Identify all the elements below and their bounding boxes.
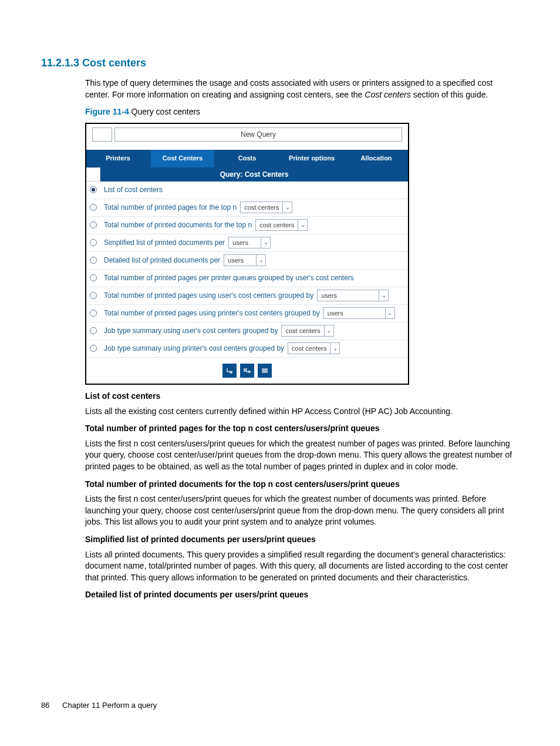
radio-option[interactable] [90,292,97,299]
dropdown-value: users [324,309,385,318]
intro-paragraph: This type of query determines the usage … [85,78,519,100]
dropdown-value: cost centers [282,327,323,335]
action-export-multi-icon[interactable] [240,364,254,378]
window-system-button[interactable] [92,127,112,142]
chevron-down-icon: ⌄ [379,290,388,301]
window-title-bar: New Query [114,127,402,142]
definition-body: Lists the first n cost center/users/prin… [85,493,519,528]
radio-option[interactable] [90,204,97,211]
option-dropdown[interactable]: users⌄ [224,254,266,266]
dropdown-value: cost centers [288,344,330,353]
query-header-label: Query: Cost Centers [100,167,408,182]
tab-allocation[interactable]: Allocation [345,150,408,167]
tab-printers[interactable]: Printers [86,150,151,167]
definition-heading: List of cost centers [85,391,519,402]
action-row [86,358,408,384]
query-option-row: Detailed list of printed documents perus… [86,252,408,270]
dropdown-value: users [224,256,256,265]
query-option-row: Total number of printed pages using user… [86,287,408,305]
query-option-row: Total number of printed pages using prin… [86,305,408,322]
intro-em: Cost centers [365,90,411,99]
chevron-down-icon: ⌄ [256,255,265,266]
definition-body: Lists all the existing cost centers curr… [85,406,519,418]
definition-body: Lists all printed documents. This query … [85,549,519,584]
query-option-row: Job type summary using user's cost cente… [86,322,408,340]
query-option-row: Job type summary using printer's cost ce… [86,340,408,358]
tab-costs[interactable]: Costs [215,150,280,167]
chevron-down-icon: ⌄ [324,325,333,336]
tab-cost-centers[interactable]: Cost Centers [151,150,215,167]
option-label: Job type summary using printer's cost ce… [104,344,284,354]
chevron-down-icon: ⌄ [330,343,339,354]
query-option-row: Total number of printed pages per printe… [86,270,408,287]
definition-heading: Detailed list of printed documents per u… [85,589,519,601]
option-label: Detailed list of printed documents per [104,256,220,266]
option-dropdown[interactable]: users⌄ [317,290,389,301]
option-dropdown[interactable]: users⌄ [228,237,271,248]
dropdown-value: users [318,291,379,300]
query-window: New Query Printers Cost Centers Costs Pr… [85,123,409,385]
action-barcode-icon[interactable] [258,364,272,378]
option-label: Job type summary using user's cost cente… [104,326,278,336]
radio-option[interactable] [90,257,97,264]
section-heading: 11.2.1.3 Cost centers [41,56,519,70]
option-label: List of cost centers [104,185,163,195]
option-label: Total number of printed pages using prin… [104,308,320,318]
dropdown-value: cost centers [256,221,298,230]
radio-option[interactable] [90,345,97,352]
query-option-row: Total number of printed pages for the to… [86,199,408,217]
dropdown-value: users [229,238,261,247]
chevron-down-icon: ⌄ [261,237,270,248]
option-dropdown[interactable]: cost centers⌄ [240,201,292,213]
radio-option[interactable] [90,239,97,246]
definition-heading: Total number of printed documents for th… [85,479,519,490]
page-number: 86 [41,701,49,710]
definition-heading: Total number of printed pages for the to… [85,423,519,435]
option-dropdown[interactable]: cost centers⌄ [281,325,333,337]
query-option-row: List of cost centers [86,182,408,199]
definition-heading: Simplified list of printed documents per… [85,534,519,546]
chevron-down-icon: ⌄ [298,220,307,230]
option-label: Total number of printed documents for th… [104,220,252,230]
chapter-label: Chapter 11 Perform a query [62,701,157,710]
option-dropdown[interactable]: cost centers⌄ [288,342,340,354]
option-dropdown[interactable]: cost centers⌄ [255,219,308,231]
radio-option[interactable] [90,221,97,228]
option-label: Total number of printed pages for the to… [104,203,237,213]
figure-caption: Figure 11-4 Query cost centers [85,106,519,118]
option-label: Total number of printed pages using user… [104,291,313,301]
option-label: Simplified list of printed documents per [104,238,225,248]
dropdown-value: cost centers [241,203,282,212]
option-dropdown[interactable]: users⌄ [323,307,395,319]
chevron-down-icon: ⌄ [385,308,394,318]
option-label: Total number of printed pages per printe… [104,273,354,283]
figure-number: Figure 11-4 [85,107,129,116]
query-option-row: Total number of printed documents for th… [86,217,408,234]
query-option-row: Simplified list of printed documents per… [86,234,408,252]
radio-option[interactable] [90,310,97,317]
chevron-down-icon: ⌄ [282,202,292,213]
page-footer: 86 Chapter 11 Perform a query [41,700,157,711]
figure-title: Query cost centers [129,107,200,116]
definition-body: Lists the first n cost centers/users/pri… [85,438,519,473]
tab-printer-options[interactable]: Printer options [280,150,345,167]
query-header-corner [86,167,100,182]
radio-option[interactable] [90,327,97,334]
radio-option[interactable] [90,186,97,193]
action-export-single-icon[interactable] [222,364,237,378]
tabs-row: Printers Cost Centers Costs Printer opti… [86,150,408,167]
intro-text-b: section of this guide. [411,90,488,99]
radio-option[interactable] [90,274,97,281]
